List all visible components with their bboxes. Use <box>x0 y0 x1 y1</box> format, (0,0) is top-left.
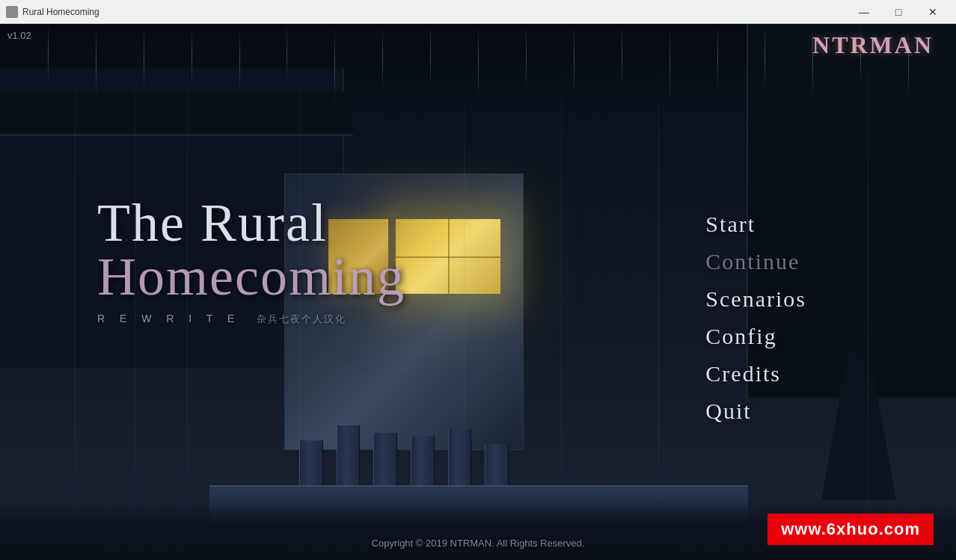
watermark: www.6xhuo.com <box>767 514 934 545</box>
minimize-button[interactable]: — <box>847 0 881 24</box>
title-line2: Homecoming <box>97 250 405 304</box>
subtitle-chinese: 杂兵七夜个人汉化 <box>257 313 346 324</box>
menu-item-credits[interactable]: Credits <box>705 357 806 391</box>
vert-line-7 <box>658 24 659 560</box>
menu-item-continue[interactable]: Continue <box>705 244 806 279</box>
menu-item-start[interactable]: Start <box>705 207 806 241</box>
title-line1: The Rural <box>97 196 405 250</box>
title-bar: Rural Homecoming — □ ✕ <box>0 0 956 24</box>
subtitle-latin: R E W R I T E <box>97 313 240 324</box>
vert-line-8 <box>868 24 868 560</box>
developer-logo: NTRMAN <box>812 31 934 59</box>
version-label: v1.02 <box>7 30 31 41</box>
menu-item-quit[interactable]: Quit <box>705 394 806 428</box>
title-bar-left: Rural Homecoming <box>6 6 99 18</box>
window-title: Rural Homecoming <box>22 7 99 17</box>
game-title-block: The Rural Homecoming R E W R I T E 杂兵七夜个… <box>97 196 405 326</box>
close-button[interactable]: ✕ <box>916 0 950 24</box>
menu-item-scenarios[interactable]: Scenarios <box>705 282 806 316</box>
bright-window <box>396 219 500 294</box>
main-menu: StartContinueScenariosConfigCreditsQuit <box>705 207 806 428</box>
maximize-button[interactable]: □ <box>881 0 916 24</box>
copyright-text: Copyright © 2019 NTRMAN. All Rights Rese… <box>372 538 585 549</box>
menu-item-config[interactable]: Config <box>705 319 806 354</box>
vert-line-6 <box>561 24 562 560</box>
vert-line-5 <box>464 24 465 560</box>
subtitle-block: R E W R I T E 杂兵七夜个人汉化 <box>97 313 405 326</box>
game-area: v1.02 NTRMAN The Rural Homecoming R E W … <box>0 24 956 560</box>
vert-line-1 <box>75 24 76 560</box>
app-icon <box>6 6 18 18</box>
title-bar-controls: — □ ✕ <box>847 0 950 24</box>
